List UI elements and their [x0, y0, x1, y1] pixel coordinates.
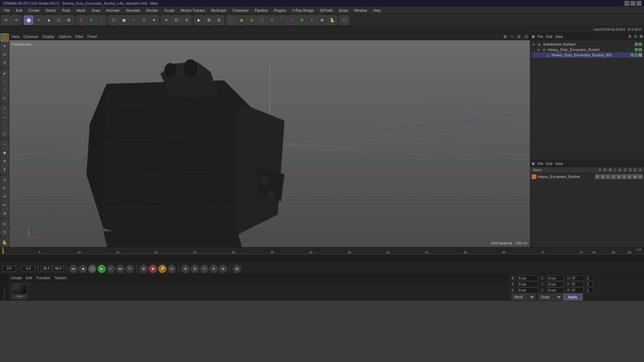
om-menu-file[interactable]: File: [537, 35, 543, 39]
curve-button[interactable]: ⌇: [307, 15, 317, 25]
menu-edit[interactable]: Edit: [13, 8, 25, 13]
camera-button[interactable]: ◉: [237, 15, 246, 25]
select-free-button[interactable]: ⬡: [139, 15, 149, 25]
render-dot[interactable]: [639, 43, 642, 46]
menu-plugins[interactable]: Plugins: [271, 8, 288, 13]
tree-item-bucket-001[interactable]: ▶ △ Heavy_Duty_Excavator_Bucket_001: [532, 52, 643, 58]
vp-icon-1[interactable]: ⊞: [503, 34, 507, 39]
material-swatch-heavy[interactable]: Heav: [12, 284, 27, 299]
sculpt-tool-3[interactable]: ⊲: [1, 192, 9, 200]
menu-select[interactable]: Select: [43, 8, 59, 13]
mode-polygon[interactable]: ◈: [44, 15, 53, 25]
select-tool[interactable]: ⬚: [1, 34, 9, 42]
viewport-3d[interactable]: Perspective Grid Spacing : 100 cm X Y Z: [9, 40, 530, 247]
material-assign[interactable]: ⊐: [1, 228, 9, 236]
rotate-tool-button[interactable]: ↺: [182, 15, 191, 25]
select-circle-button[interactable]: ○: [129, 15, 139, 25]
attr-icon-r[interactable]: ⊞: [600, 174, 605, 179]
timeline-ruler[interactable]: 0 5 10 15 20 25 30 35 40 45 50 55 60 65 …: [0, 247, 644, 254]
menu-snap[interactable]: Snap: [89, 8, 103, 13]
smooth-tool[interactable]: ◌: [1, 77, 9, 85]
menu-tools[interactable]: Tools: [59, 8, 73, 13]
om-menu-edit[interactable]: Edit: [546, 35, 552, 39]
menu-sculpt[interactable]: Sculpt: [162, 8, 177, 13]
fps-input[interactable]: [41, 266, 52, 272]
p-extra-input[interactable]: [586, 282, 593, 287]
attr-icon-l[interactable]: ⊟: [611, 174, 616, 179]
material-button[interactable]: ⊕: [317, 15, 327, 25]
clone-tool[interactable]: ⊛: [1, 157, 9, 165]
attr-icon-a[interactable]: ⊠: [616, 174, 621, 179]
om-icon-objects[interactable]: ⊞: [628, 34, 631, 39]
h-extra-input[interactable]: [586, 276, 593, 281]
layout-icon-3[interactable]: ⊠: [635, 27, 638, 31]
tree-toggle-2[interactable]: ▶: [537, 48, 540, 51]
spline-draw[interactable]: ╱: [1, 105, 9, 113]
om-icon-tags[interactable]: ⊟: [634, 34, 637, 39]
apply-button[interactable]: Apply: [563, 294, 583, 300]
menu-simulate[interactable]: Simulate: [123, 8, 143, 13]
next-frame-button[interactable]: ▷: [107, 265, 115, 273]
menu-window[interactable]: Window: [351, 8, 370, 13]
h-input[interactable]: [571, 276, 584, 281]
menu-3dtoall[interactable]: 3DToAll: [317, 8, 335, 13]
vp-menu-filter[interactable]: Filter: [75, 35, 83, 39]
z-rotation-input[interactable]: [547, 288, 564, 293]
menu-create[interactable]: Create: [26, 8, 42, 13]
layout-icon-4[interactable]: ⊡: [639, 27, 641, 31]
b-extra-input[interactable]: [586, 288, 593, 293]
y-rotation-input[interactable]: [547, 282, 564, 287]
render-dot-3[interactable]: [635, 53, 638, 57]
brush-tool[interactable]: ◉: [1, 148, 9, 157]
om-icon-bookmarks[interactable]: ⊠: [640, 34, 643, 39]
select-rect-button[interactable]: ▣: [119, 15, 128, 25]
undo-button[interactable]: ↩: [1, 15, 11, 25]
sculpt-tool-4[interactable]: ⊳: [1, 201, 9, 209]
select-path-button[interactable]: ✦: [149, 15, 159, 25]
tree-item-bucket[interactable]: ▶ ⊞ Heavy_Duty_Excavator_Bucket: [532, 47, 643, 52]
mat-menu-texture[interactable]: Texture: [54, 276, 66, 280]
z-position-input[interactable]: [518, 288, 538, 293]
menu-mograph[interactable]: MoGraph: [208, 8, 229, 13]
poly-draw[interactable]: ⬠: [1, 130, 9, 138]
timeline-playhead[interactable]: [3, 247, 3, 254]
menu-motion-tracker[interactable]: Motion Tracker: [178, 8, 208, 13]
vis-dot[interactable]: [635, 43, 638, 46]
menu-help[interactable]: Help: [371, 8, 384, 13]
layout-icon-2[interactable]: ⊟: [631, 27, 634, 31]
tree-toggle-1[interactable]: ▶: [532, 43, 536, 46]
render-view-button[interactable]: ▶: [194, 15, 204, 25]
line-draw[interactable]: —: [1, 113, 9, 121]
move-tool[interactable]: ✛: [1, 42, 9, 50]
loop-button[interactable]: ↻: [126, 265, 134, 273]
attr-menu-view[interactable]: View: [555, 162, 563, 166]
b-input[interactable]: [571, 288, 584, 293]
om-menu-view[interactable]: View: [555, 35, 563, 39]
vp-menu-display[interactable]: Display: [42, 35, 54, 39]
timeline-tracks[interactable]: [0, 254, 644, 263]
deformer-button[interactable]: ⊢: [287, 15, 297, 25]
vp-menu-options[interactable]: Options: [58, 35, 71, 39]
spline-button[interactable]: ⌒: [277, 15, 286, 25]
arc-draw[interactable]: ⌒: [1, 121, 9, 129]
current-frame-input[interactable]: [22, 266, 35, 272]
python-button[interactable]: Py: [340, 15, 349, 25]
close-button[interactable]: ×: [637, 1, 641, 6]
sculpt-tool-1[interactable]: ⊰: [1, 176, 9, 184]
vp-menu-cameras[interactable]: Cameras: [23, 35, 39, 39]
mode-scene[interactable]: ⊞: [64, 15, 73, 25]
attr-icon-m[interactable]: —: [606, 174, 610, 179]
timeline-view-2[interactable]: ⊗: [191, 265, 199, 273]
attr-icon-s[interactable]: ⊛: [595, 174, 600, 179]
timeline-view-4[interactable]: ⊚: [210, 265, 218, 273]
key-all-button[interactable]: 🔑: [158, 265, 166, 273]
vp-icon-2[interactable]: +: [511, 34, 513, 39]
render-dot-2[interactable]: [639, 48, 642, 51]
y-position-input[interactable]: [518, 282, 538, 287]
select-live-button[interactable]: ▢: [109, 15, 118, 25]
vis-dot-2[interactable]: [635, 48, 638, 51]
start-frame-input[interactable]: [3, 266, 16, 272]
attr-icon-g[interactable]: ⊡: [622, 174, 627, 179]
axis-y-button[interactable]: Y: [87, 15, 96, 25]
menu-animate[interactable]: Animate: [104, 8, 122, 13]
